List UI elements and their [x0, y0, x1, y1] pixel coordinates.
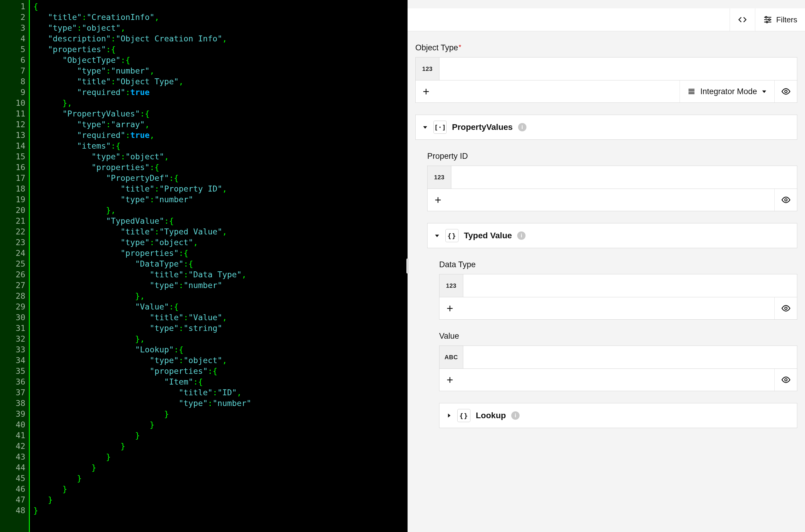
- string-badge: ABC: [439, 346, 463, 368]
- eye-icon: [781, 375, 791, 384]
- number-badge: 123: [439, 274, 463, 297]
- property-values-header[interactable]: [·] PropertyValues i: [415, 115, 797, 140]
- object-type-label: Object Type*: [415, 43, 797, 53]
- filters-button[interactable]: Filters: [755, 8, 805, 31]
- object-type-icon: {}: [445, 229, 458, 242]
- typed-value-title: Typed Value: [464, 231, 512, 240]
- object-type-actions: + Integrator Mode: [415, 80, 797, 103]
- visibility-toggle[interactable]: [774, 80, 797, 102]
- svg-point-5: [766, 21, 768, 23]
- visibility-toggle[interactable]: [774, 297, 797, 319]
- toolbar: Filters: [408, 8, 805, 31]
- typed-value-header[interactable]: {} Typed Value i: [427, 223, 797, 248]
- value-label: Value: [439, 331, 797, 341]
- svg-point-16: [785, 379, 787, 381]
- integrator-mode-label: Integrator Mode: [700, 87, 757, 96]
- add-icon[interactable]: +: [447, 374, 453, 385]
- panel-resize-handle[interactable]: [406, 259, 409, 273]
- array-type-icon: [·]: [433, 121, 447, 134]
- svg-point-11: [785, 90, 787, 93]
- svg-marker-14: [435, 235, 439, 237]
- object-type-icon: {}: [457, 409, 470, 422]
- info-icon[interactable]: i: [518, 123, 526, 131]
- code-content[interactable]: { "title":"CreationInfo", "type":"object…: [30, 0, 408, 532]
- caret-right-icon: [446, 413, 452, 419]
- list-icon: [687, 87, 696, 96]
- svg-point-13: [785, 199, 787, 201]
- lookup-header[interactable]: {} Lookup i: [439, 403, 797, 428]
- data-type-input[interactable]: [463, 274, 797, 297]
- eye-icon: [781, 304, 791, 313]
- info-icon[interactable]: i: [517, 231, 526, 240]
- svg-point-3: [765, 16, 767, 18]
- svg-point-4: [769, 19, 770, 20]
- object-type-input[interactable]: [439, 57, 797, 80]
- code-view-toggle[interactable]: [730, 8, 755, 31]
- top-strip: [408, 0, 805, 8]
- caret-down-icon: [422, 124, 428, 130]
- code-editor[interactable]: 1234567891011121314151617181920212223242…: [0, 0, 408, 532]
- add-icon[interactable]: +: [435, 194, 441, 206]
- filters-icon: [763, 15, 772, 24]
- property-id-input[interactable]: [451, 166, 797, 189]
- data-type-label: Data Type: [439, 260, 797, 269]
- svg-marker-12: [423, 126, 427, 129]
- visibility-toggle[interactable]: [774, 369, 797, 391]
- info-icon[interactable]: i: [511, 411, 520, 420]
- property-id-label: Property ID: [427, 152, 797, 161]
- svg-point-15: [785, 307, 787, 309]
- property-values-title: PropertyValues: [452, 122, 513, 132]
- filters-label: Filters: [776, 15, 797, 24]
- add-icon[interactable]: +: [447, 303, 453, 314]
- caret-down-icon: [761, 89, 767, 94]
- eye-icon: [781, 87, 791, 96]
- value-input[interactable]: [463, 346, 797, 368]
- lookup-title: Lookup: [476, 411, 506, 420]
- line-gutter: 1234567891011121314151617181920212223242…: [0, 0, 30, 532]
- integrator-mode-dropdown[interactable]: Integrator Mode: [679, 80, 774, 102]
- svg-marker-10: [762, 91, 766, 93]
- number-badge: 123: [416, 57, 439, 80]
- eye-icon: [781, 195, 791, 205]
- form-panel: Filters Object Type* 123 + Integrator Mo…: [408, 0, 805, 532]
- svg-marker-17: [448, 414, 450, 417]
- add-icon[interactable]: +: [423, 86, 429, 97]
- code-icon: [738, 15, 747, 24]
- object-type-input-row: 123: [415, 57, 797, 80]
- number-badge: 123: [428, 166, 451, 189]
- caret-down-icon: [434, 233, 440, 239]
- visibility-toggle[interactable]: [774, 189, 797, 211]
